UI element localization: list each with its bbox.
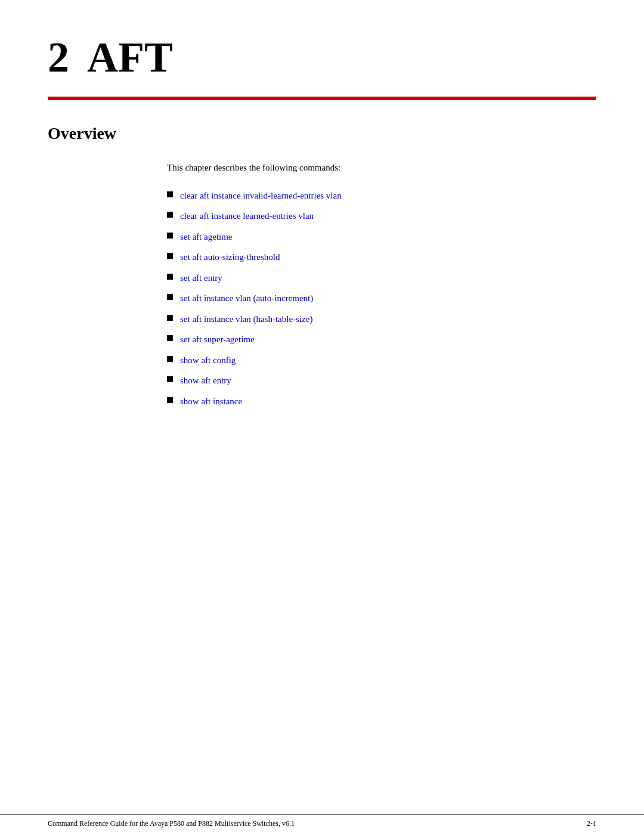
overview-section: Overview This chapter describes the foll… — [0, 100, 644, 408]
bullet-icon — [167, 315, 173, 321]
bullet-icon — [167, 191, 173, 197]
intro-text: This chapter describes the following com… — [167, 161, 596, 175]
list-item: set aft instance vlan (auto-increment) — [167, 292, 596, 305]
chapter-number: 2 — [48, 36, 69, 79]
chapter-header: 2 AFT — [0, 0, 644, 79]
command-link-7[interactable]: set aft super-agetime — [180, 333, 255, 346]
bullet-icon — [167, 212, 173, 218]
chapter-title: AFT — [87, 36, 173, 79]
command-link-6[interactable]: set aft instance vlan (hash-table-size) — [180, 312, 312, 326]
command-link-4[interactable]: set aft entry — [180, 271, 222, 285]
footer-left-text: Command Reference Guide for the Avaya P5… — [48, 819, 295, 828]
bullet-icon — [167, 335, 173, 341]
list-item: clear aft instance invalid-learned-entri… — [167, 189, 596, 203]
command-link-2[interactable]: set aft agetime — [180, 230, 232, 244]
list-item: set aft agetime — [167, 230, 596, 244]
list-item: set aft entry — [167, 271, 596, 285]
page-container: 2 AFT Overview This chapter describes th… — [0, 0, 644, 833]
command-list: clear aft instance invalid-learned-entri… — [167, 189, 596, 408]
command-link-10[interactable]: show aft instance — [180, 395, 242, 408]
list-item: set aft instance vlan (hash-table-size) — [167, 312, 596, 326]
command-link-9[interactable]: show aft entry — [180, 374, 231, 388]
page-footer: Command Reference Guide for the Avaya P5… — [0, 814, 644, 833]
overview-heading: Overview — [48, 124, 596, 143]
bullet-icon — [167, 397, 173, 403]
bullet-icon — [167, 253, 173, 259]
command-link-3[interactable]: set aft auto-sizing-threshold — [180, 250, 280, 264]
command-link-5[interactable]: set aft instance vlan (auto-increment) — [180, 292, 313, 305]
list-item: clear aft instance learned-entries vlan — [167, 209, 596, 223]
command-link-8[interactable]: show aft config — [180, 354, 236, 367]
footer-page-number: 2-1 — [587, 819, 596, 828]
list-item: show aft config — [167, 354, 596, 367]
list-item: set aft auto-sizing-threshold — [167, 250, 596, 264]
bullet-icon — [167, 294, 173, 300]
bullet-icon — [167, 376, 173, 382]
list-item: show aft entry — [167, 374, 596, 388]
command-link-0[interactable]: clear aft instance invalid-learned-entri… — [180, 189, 342, 203]
bullet-icon — [167, 274, 173, 280]
list-item: set aft super-agetime — [167, 333, 596, 346]
list-item: show aft instance — [167, 395, 596, 408]
command-link-1[interactable]: clear aft instance learned-entries vlan — [180, 209, 314, 223]
bullet-icon — [167, 356, 173, 362]
bullet-icon — [167, 233, 173, 239]
